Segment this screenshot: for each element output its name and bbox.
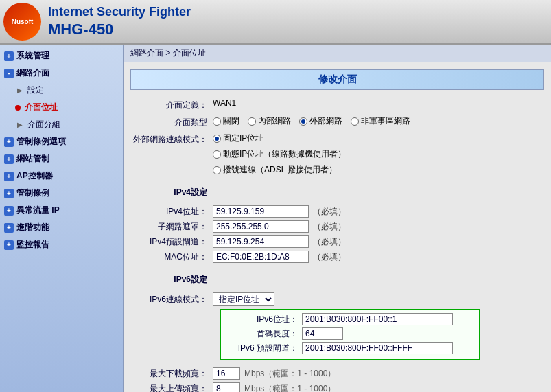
- sidebar-label-website-mgmt: 網站管制: [16, 153, 49, 165]
- page-content: 修改介面 介面定義： WAN1 介面類型 關閉 內部網路: [124, 62, 551, 392]
- radio-dmz[interactable]: 非軍事區網路: [351, 115, 410, 127]
- plus-icon-6: +: [4, 206, 14, 216]
- sidebar-label-settings: 設定: [27, 84, 44, 96]
- ipv4-address-note: （必填）: [313, 206, 346, 218]
- external-mode-label: 外部網路連線模式：: [130, 132, 213, 146]
- interface-def-row: 介面定義： WAN1: [130, 98, 544, 111]
- interface-def-value: WAN1: [213, 98, 544, 108]
- plus-icon-7: +: [4, 223, 14, 233]
- mac-input[interactable]: [213, 251, 309, 263]
- plus-icon-5: +: [4, 189, 14, 198]
- max-download-note: Mbps（範圍：1 - 1000）: [244, 368, 336, 380]
- sidebar-label-management-rules: 管制條例選項: [16, 136, 66, 148]
- ipv6-gateway-row: IPv6 預設閘道：: [226, 342, 473, 354]
- radio-dmz-label: 非軍事區網路: [361, 115, 410, 127]
- ipv6-address-row: IPv6位址：: [226, 313, 473, 325]
- plus-icon-8: +: [4, 240, 14, 250]
- ipv6-section-row: IPv6設定: [130, 267, 544, 288]
- sidebar-item-management-rules[interactable]: + 管制條例選項: [0, 133, 123, 150]
- sidebar-label-system-mgmt: 系統管理: [16, 50, 49, 62]
- ipv4-address-label: IPv4位址：: [130, 206, 213, 218]
- ipv6-gateway-label: IPv6 預設閘道：: [226, 343, 302, 354]
- ipv6-section-label: IPv6設定: [130, 273, 213, 286]
- arrow-icon-2: ▶: [15, 120, 25, 130]
- logo: Nusoft: [3, 3, 41, 41]
- ipv6-conn-mode-row: IPv6連線模式： 指定IP位址: [130, 292, 544, 306]
- radio-off-circle: [213, 117, 221, 126]
- page-title: 修改介面: [130, 69, 544, 90]
- radio-internal-label: 內部網路: [258, 115, 291, 127]
- radio-off-label: 關閉: [223, 115, 239, 127]
- max-upload-label: 最大上傳頻寬：: [130, 383, 213, 393]
- plus-icon-4: +: [4, 172, 14, 181]
- ipv4-address-row: IPv4位址： （必填）: [130, 205, 544, 218]
- sidebar-label-interface-group: 介面分組: [27, 119, 60, 130]
- sidebar-item-website-mgmt[interactable]: + 網站管制: [0, 150, 123, 168]
- radio-external-circle: [299, 117, 307, 126]
- ipv6-gateway-input[interactable]: [302, 342, 453, 354]
- sidebar-item-ap-controller[interactable]: + AP控制器: [0, 168, 123, 185]
- dot-icon: [15, 105, 21, 111]
- app-title: Internet Security Fighter: [48, 5, 191, 19]
- prefix-length-input[interactable]: [302, 327, 343, 340]
- sidebar-item-system-mgmt[interactable]: + 系統管理: [0, 47, 123, 65]
- sidebar-item-advanced[interactable]: + 進階功能: [0, 219, 123, 236]
- ipv6-address-label: IPv6位址：: [226, 314, 302, 325]
- radio-static-label: 固定IP位址: [223, 132, 263, 144]
- max-upload-input[interactable]: [213, 382, 240, 392]
- header-titles: Internet Security Fighter MHG-450: [48, 5, 191, 38]
- ipv4-gateway-label: IPv4預設閘道：: [130, 236, 213, 248]
- main-layout: + 系統管理 - 網路介面 ▶ 設定 介面位址 ▶ 介面分組 + 管制條: [0, 45, 551, 392]
- subnet-mask-label: 子網路遮罩：: [130, 221, 213, 233]
- subnet-mask-input[interactable]: [213, 220, 309, 233]
- radio-pppoe-circle: [213, 166, 221, 174]
- sidebar-item-network-interface[interactable]: - 網路介面: [0, 65, 123, 82]
- max-upload-note: Mbps（範圍：1 - 1000）: [244, 383, 336, 393]
- radio-off[interactable]: 關閉: [213, 115, 239, 127]
- mac-label: MAC位址：: [130, 251, 213, 263]
- plus-icon-2: +: [4, 137, 14, 147]
- sidebar-item-interface-group[interactable]: ▶ 介面分組: [0, 116, 123, 133]
- plus-icon-3: +: [4, 154, 14, 164]
- sidebar-label-network: 網路介面: [16, 67, 49, 79]
- ipv4-gateway-input[interactable]: [213, 235, 309, 248]
- radio-dmz-circle: [351, 117, 359, 126]
- radio-internal-circle: [248, 117, 256, 126]
- interface-type-row: 介面類型 關閉 內部網路 外部網路: [130, 115, 544, 128]
- sidebar-item-abnormal-traffic[interactable]: + 異常流量 IP: [0, 202, 123, 219]
- sidebar-label-monitoring: 監控報告: [16, 239, 49, 251]
- sidebar-item-interface-address[interactable]: 介面位址: [0, 99, 123, 116]
- radio-pppoe[interactable]: 撥號連線（ADSL 撥接使用者）: [213, 164, 544, 176]
- radio-dynamic-label: 動態IP位址（線路數據機使用者）: [223, 148, 346, 160]
- max-upload-row: 最大上傳頻寬： Mbps（範圍：1 - 1000）: [130, 382, 544, 392]
- mac-row: MAC位址： （必填）: [130, 251, 544, 263]
- sidebar-item-settings[interactable]: ▶ 設定: [0, 82, 123, 99]
- radio-static-ip[interactable]: 固定IP位址: [213, 132, 544, 144]
- sidebar-label-abnormal: 異常流量 IP: [16, 205, 60, 216]
- radio-external[interactable]: 外部網路: [299, 115, 342, 127]
- sidebar-label-interface-address: 介面位址: [25, 102, 58, 113]
- radio-external-label: 外部網路: [309, 115, 342, 127]
- ipv4-address-input[interactable]: [213, 205, 309, 218]
- radio-dynamic-ip[interactable]: 動態IP位址（線路數據機使用者）: [213, 148, 544, 160]
- radio-internal[interactable]: 內部網路: [248, 115, 291, 127]
- radio-static-circle: [213, 135, 221, 143]
- interface-def-label: 介面定義：: [130, 98, 213, 111]
- logo-text: Nusoft: [12, 18, 34, 25]
- sidebar-label-advanced: 進階功能: [16, 222, 49, 233]
- ipv4-gateway-row: IPv4預設閘道： （必填）: [130, 235, 544, 248]
- prefix-length-label: 首碼長度：: [226, 328, 302, 340]
- ipv4-section-label: IPv4設定: [130, 185, 213, 198]
- ipv6-address-input[interactable]: [302, 313, 453, 325]
- sidebar-section: + 系統管理 - 網路介面 ▶ 設定 介面位址 ▶ 介面分組 + 管制條: [0, 45, 123, 256]
- plus-icon: +: [4, 51, 14, 61]
- max-download-input[interactable]: [213, 367, 240, 380]
- interface-type-label: 介面類型: [130, 115, 213, 128]
- subnet-mask-row: 子網路遮罩： （必填）: [130, 220, 544, 233]
- radio-dynamic-circle: [213, 150, 221, 159]
- header: Nusoft Internet Security Fighter MHG-450: [0, 0, 551, 45]
- content-area: 網路介面 > 介面位址 修改介面 介面定義： WAN1 介面類型 關閉: [124, 45, 551, 392]
- sidebar-item-control-rules[interactable]: + 管制條例: [0, 185, 123, 202]
- sidebar-item-monitoring[interactable]: + 監控報告: [0, 236, 123, 253]
- ipv6-conn-mode-select[interactable]: 指定IP位址: [213, 292, 274, 306]
